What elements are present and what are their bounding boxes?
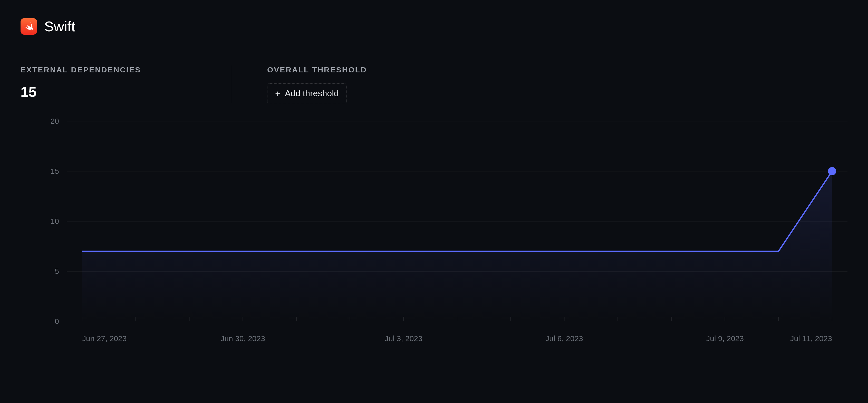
- metric-external-dependencies: EXTERNAL DEPENDENCIES 15: [21, 65, 231, 103]
- chart-y-axis: 05101520: [21, 121, 59, 321]
- chart-y-tick: 15: [51, 167, 59, 176]
- chart-last-point: [828, 167, 836, 175]
- chart-x-tick: Jul 6, 2023: [546, 334, 583, 343]
- metric-overall-threshold: OVERALL THRESHOLD + Add threshold: [267, 65, 477, 103]
- chart-y-tick: 10: [51, 217, 59, 226]
- metrics-row: EXTERNAL DEPENDENCIES 15 OVERALL THRESHO…: [21, 65, 847, 103]
- page-header: Swift: [21, 18, 847, 35]
- chart-x-tick: Jun 30, 2023: [220, 334, 265, 343]
- add-threshold-button[interactable]: + Add threshold: [267, 84, 347, 103]
- chart-plot: [67, 121, 847, 321]
- metric-label: OVERALL THRESHOLD: [267, 65, 477, 74]
- metric-label: EXTERNAL DEPENDENCIES: [21, 65, 231, 74]
- dependencies-chart: 05101520 Jun 27, 2023Jun 30, 2023Jul 3, …: [21, 121, 847, 347]
- chart-x-tick: Jun 27, 2023: [82, 334, 127, 343]
- add-threshold-label: Add threshold: [285, 88, 339, 98]
- chart-y-tick: 0: [55, 317, 59, 326]
- chart-x-tick: Jul 9, 2023: [706, 334, 744, 343]
- page-title: Swift: [44, 18, 75, 35]
- chart-series-line: [82, 171, 832, 251]
- swift-logo-icon: [21, 18, 37, 35]
- plus-icon: +: [275, 89, 280, 98]
- metric-value: 15: [21, 84, 231, 100]
- chart-y-tick: 5: [55, 267, 59, 276]
- chart-y-tick: 20: [51, 117, 59, 126]
- chart-x-tick: Jul 11, 2023: [790, 334, 832, 343]
- chart-x-tick: Jul 3, 2023: [385, 334, 423, 343]
